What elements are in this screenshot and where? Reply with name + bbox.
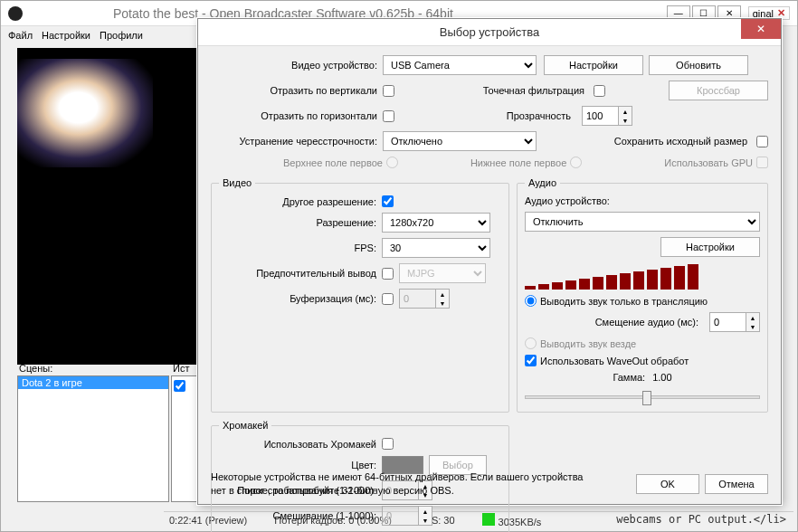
dialog-titlebar: Выбор устройства ✕ <box>198 19 781 46</box>
use-chroma-label: Использовать Хромакей <box>219 439 382 450</box>
deinterlace-select[interactable]: Отключено <box>383 131 537 151</box>
audio-offset-label: Смещение аудио (мс): <box>595 317 704 328</box>
use-gpu-label: Использовать GPU <box>664 157 753 168</box>
dialog-close-button[interactable]: ✕ <box>741 19 781 39</box>
flip-v-checkbox[interactable] <box>383 85 394 97</box>
resolution-label: Разрешение: <box>219 217 382 228</box>
gamma-label: Гамма: <box>613 372 645 383</box>
cancel-button[interactable]: Отмена <box>705 474 768 494</box>
flip-h-checkbox[interactable] <box>383 110 394 122</box>
upper-first-label: Верхнее поле первое <box>283 157 383 168</box>
resolution-select[interactable]: 1280x720 <box>382 213 490 233</box>
flip-v-label: Отразить по вертикали <box>211 85 383 96</box>
video-legend: Видео <box>219 177 255 188</box>
use-chroma-checkbox[interactable] <box>382 438 394 450</box>
chroma-legend: Хромакей <box>219 420 271 431</box>
audio-group: Аудио Аудио устройство: Отключить Настро… <box>517 177 768 413</box>
lower-first-radio <box>570 157 582 168</box>
broadcast-only-label: Выводить звук только в трансляцию <box>540 296 708 307</box>
keep-size-label: Сохранить исходный размер <box>614 136 753 147</box>
menu-settings[interactable]: Настройки <box>42 30 90 41</box>
blend-label: Смешивание (1-1000): <box>219 510 382 521</box>
everywhere-radio <box>525 337 537 349</box>
preferred-output-checkbox[interactable] <box>382 268 394 280</box>
webcam-thumbnail <box>17 59 153 167</box>
point-filter-checkbox[interactable] <box>594 85 605 97</box>
video-device-label: Видео устройство: <box>211 60 383 71</box>
output-format-select: MJPG <box>399 263 486 283</box>
opacity-label: Прозрачность <box>507 110 576 121</box>
buffering-label: Буферизация (мс): <box>219 293 382 304</box>
menu-file[interactable]: Файл <box>8 30 33 41</box>
video-device-select[interactable]: USB Camera <box>383 55 537 75</box>
update-button[interactable]: Обновить <box>649 55 748 75</box>
crossbar-button: Кроссбар <box>669 81 768 100</box>
video-settings-button[interactable]: Настройки <box>544 55 643 75</box>
blend-spinner: ▲▼ <box>382 506 432 526</box>
sources-label: Ист <box>171 361 198 375</box>
video-group: Видео Другое разрешение: Разрешение:1280… <box>211 177 509 413</box>
waveout-label: Использовать WaveOut обработ <box>540 356 689 366</box>
audio-device-select[interactable]: Отключить <box>525 212 760 232</box>
sources-list[interactable] <box>171 375 198 502</box>
lower-first-label: Нижнее поле первое <box>470 157 566 168</box>
custom-res-label: Другое разрешение: <box>219 196 382 207</box>
audio-meter <box>525 262 760 290</box>
opacity-spinner[interactable]: ▲▼ <box>582 106 632 126</box>
source-checkbox[interactable] <box>174 380 185 392</box>
driver-note: Некоторые устройства не имеют 64-битных … <box>211 470 591 497</box>
device-dialog: Выбор устройства ✕ Видео устройство: USB… <box>197 18 782 505</box>
waveout-checkbox[interactable] <box>525 355 537 366</box>
dialog-title: Выбор устройства <box>440 25 540 39</box>
ok-button[interactable]: OK <box>636 474 699 494</box>
audio-settings-button[interactable]: Настройки <box>660 237 760 257</box>
buffering-spinner[interactable]: ▲▼ <box>399 289 450 309</box>
fps-label: FPS: <box>219 242 382 253</box>
obs-icon <box>8 6 23 21</box>
color-label: Цвет: <box>219 460 382 470</box>
upper-first-radio <box>386 157 398 168</box>
preferred-output-label: Предпочтительный вывод <box>219 268 382 279</box>
fps-select[interactable]: 30 <box>382 238 490 258</box>
preview-area <box>17 48 198 365</box>
scenes-label: Сцены: <box>17 361 169 375</box>
buffering-checkbox[interactable] <box>382 293 394 305</box>
use-gpu-checkbox <box>756 157 768 168</box>
menu-profiles[interactable]: Профили <box>100 30 143 41</box>
keep-size-checkbox[interactable] <box>756 136 768 147</box>
gamma-slider[interactable] <box>525 388 760 406</box>
audio-device-label: Аудио устройство: <box>525 195 610 206</box>
point-filter-label: Точечная фильтрация <box>483 85 590 96</box>
broadcast-only-radio[interactable] <box>525 295 537 307</box>
deinterlace-label: Устранение чересстрочности: <box>211 136 383 147</box>
audio-legend: Аудио <box>525 177 560 188</box>
gamma-value: 1.00 <box>652 372 671 383</box>
flip-h-label: Отразить по горизонтали <box>211 110 383 121</box>
scenes-list[interactable]: Dota 2 в игре <box>17 375 169 502</box>
scene-item[interactable]: Dota 2 в игре <box>18 376 168 389</box>
audio-offset-spinner[interactable]: ▲▼ <box>709 312 760 332</box>
everywhere-label: Выводить звук везде <box>540 338 636 349</box>
custom-res-checkbox[interactable] <box>382 195 394 207</box>
